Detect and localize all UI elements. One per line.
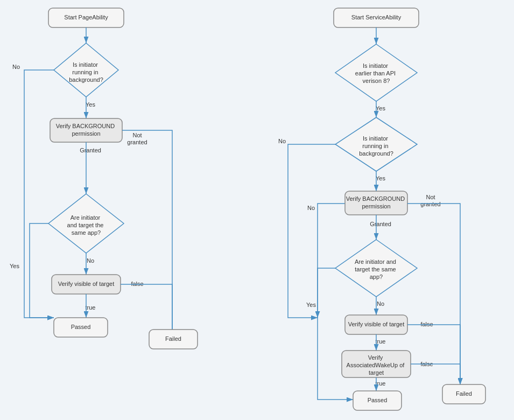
left-notgranted-path [122,130,172,339]
left-no-1: No [12,64,20,70]
right-yes-api: Yes [376,105,385,111]
right-false-path [407,325,460,384]
right-diamond-bg-label: Is initiator running in background? [359,135,393,157]
left-passed-label: Passed [71,324,91,330]
left-diamond-2-label: Are initiator and target the same app? [67,214,105,236]
right-not-granted-2: granted [420,201,440,207]
right-failed-label: Failed [456,390,472,397]
right-passed-label: Passed [368,397,388,403]
left-not-granted: Not [132,132,142,138]
right-false-wakeup-path [411,364,460,384]
left-start-label: Start PageAbility [64,14,108,20]
left-diamond-1-label: Is initiator running in background? [69,61,103,83]
right-yes-same: Yes [306,302,316,308]
left-yes-1: Yes [86,101,95,108]
right-yes-bg: Yes [376,175,385,181]
left-verify-visible-label: Verify visible of target [58,281,115,287]
left-yes-2: Yes [10,263,19,269]
right-not-granted: Not [426,194,435,200]
right-no-bg-path [288,144,335,318]
left-no-2: No [87,257,94,264]
right-no-bg: No [278,138,286,144]
right-start-label: Start ServiceAbility [351,14,402,20]
right-false-label: false [420,321,433,327]
right-true-visible: true [376,338,386,345]
right-granted: Granted [370,221,391,227]
right-true-wakeup: true [376,380,386,387]
left-yes-path [30,223,54,318]
diagram-container: Start PageAbility Is initiator running i… [0,0,514,420]
left-false-label: false [131,281,143,287]
left-not-granted-2: granted [127,139,147,145]
right-no-verify: No [307,205,315,211]
right-no-same: No [377,300,384,307]
left-failed-label: Failed [165,335,181,342]
left-granted: Granted [80,147,101,153]
right-notgranted-path [407,204,460,384]
left-true-label: true [86,304,96,311]
right-verify-visible-label: Verify visible of target [348,321,405,327]
right-no-verify-path [318,204,345,318]
left-no-path [24,70,54,318]
